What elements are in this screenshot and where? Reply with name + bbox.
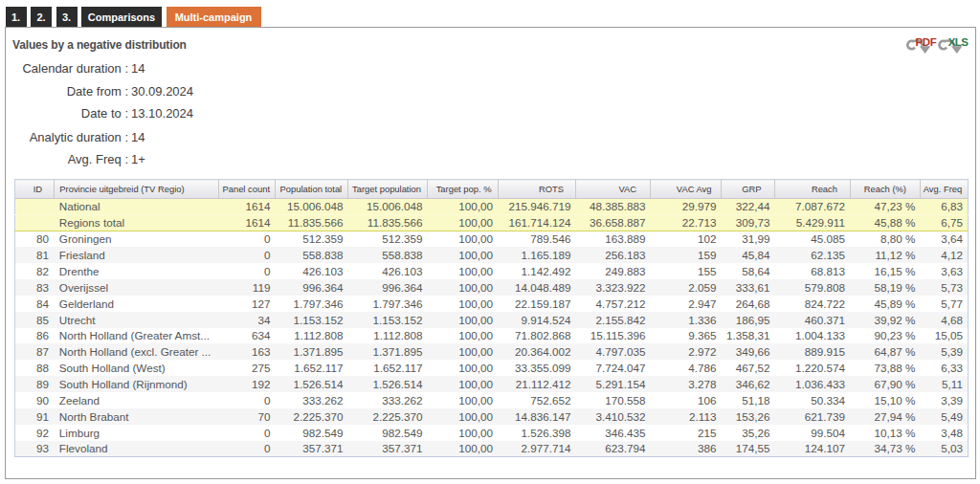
svg-text:PDF: PDF	[916, 36, 937, 48]
svg-text:XLS: XLS	[948, 36, 969, 48]
